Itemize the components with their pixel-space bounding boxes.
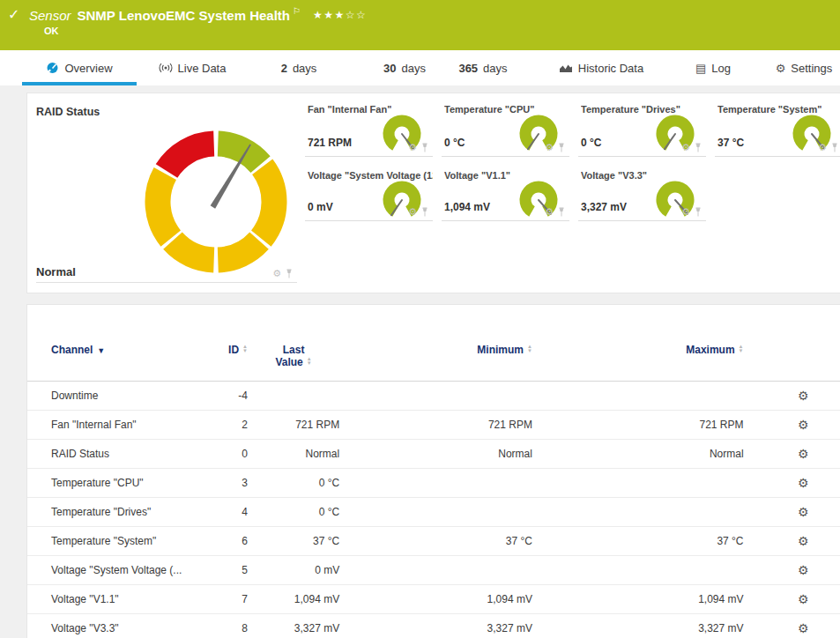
channel-maximum	[532, 556, 744, 585]
channel-settings-icon[interactable]: ⚙	[798, 563, 809, 577]
tab-days-number: 365	[458, 62, 478, 75]
channel-last-value: Normal	[248, 440, 339, 469]
table-row[interactable]: Fan "Internal Fan" 2 721 RPM 721 RPM 721…	[27, 411, 840, 440]
gauge-value: 37 °C	[717, 137, 744, 149]
table-row[interactable]: Temperature "Drives" 4 0 °C ⚙	[27, 498, 840, 527]
gauge-cell-voltage-system[interactable]: Voltage "System Voltage (12... 0 mV ⚙	[305, 167, 433, 221]
tab-log[interactable]: ▤ Log	[688, 50, 739, 85]
tab-live-data[interactable]: Live Data	[148, 50, 236, 85]
gauge-cell-fan-internal-fan[interactable]: Fan "Internal Fan" 721 RPM ⚙	[305, 100, 433, 157]
sensor-title-line: SensorSNMP LenovoEMC System Health⚐★★★☆☆	[29, 6, 367, 23]
gauge-value: 0 mV	[308, 201, 333, 213]
column-header-last-value[interactable]: LastValue▲▼	[248, 331, 339, 382]
broadcast-icon	[159, 63, 173, 73]
tab-days-number: 2	[281, 62, 287, 75]
gauge-cell-voltage-v1-1[interactable]: Voltage "V1.1" 1,094 mV ⚙	[442, 167, 569, 221]
gauge-settings-icon[interactable]: ⚙	[272, 269, 281, 278]
channel-settings-icon[interactable]: ⚙	[798, 476, 809, 490]
gauge-cell-temperature-drives[interactable]: Temperature "Drives" 0 °C ⚙	[578, 100, 706, 157]
raid-status-gauge	[137, 122, 295, 281]
raid-status-block[interactable]: RAID Status Normal ⚙	[36, 99, 297, 283]
channel-maximum: 3,327 mV	[532, 614, 744, 638]
pin-icon[interactable]	[420, 143, 429, 152]
channel-settings-icon[interactable]: ⚙	[798, 447, 809, 461]
priority-stars[interactable]: ★★★☆☆	[313, 9, 367, 21]
channel-name: Temperature "System"	[27, 527, 220, 556]
sensor-header: ✓ SensorSNMP LenovoEMC System Health⚐★★★…	[0, 0, 840, 50]
channel-settings-icon[interactable]: ⚙	[798, 418, 809, 432]
gauge-value: 721 RPM	[308, 137, 352, 149]
raid-gauge-value: Normal	[36, 265, 76, 278]
gauge-title: Voltage "V1.1"	[444, 170, 510, 181]
channel-id: 3	[220, 469, 248, 498]
channel-minimum: 1,094 mV	[339, 585, 532, 614]
column-header-channel[interactable]: Channel▼	[27, 331, 220, 382]
channel-minimum: 3,327 mV	[339, 614, 532, 638]
column-header-maximum[interactable]: Maximum▲▼	[532, 331, 744, 382]
channel-last-value	[248, 382, 339, 411]
channel-settings-icon[interactable]: ⚙	[798, 534, 809, 548]
tab-historic-data[interactable]: Historic Data	[548, 50, 654, 85]
channel-maximum	[532, 382, 744, 411]
sort-icon: ▲▼	[739, 345, 744, 353]
sort-icon: ▲▼	[307, 357, 312, 366]
gauge-settings-icon[interactable]: ⚙	[681, 207, 690, 217]
table-row[interactable]: Temperature "System" 6 37 °C 37 °C 37 °C…	[27, 527, 840, 556]
tab-overview[interactable]: Overview	[22, 50, 137, 85]
sensor-kind-label: Sensor	[29, 8, 71, 23]
gauge-cell-temperature-system[interactable]: Temperature "System" 37 °C ⚙	[715, 100, 840, 157]
channel-name: Temperature "CPU"	[27, 469, 220, 498]
pin-icon[interactable]	[557, 143, 566, 152]
table-row[interactable]: Downtime -4 ⚙	[27, 382, 840, 411]
pin-icon[interactable]	[557, 207, 566, 217]
channel-minimum	[339, 382, 532, 411]
gear-icon: ⚙	[776, 63, 786, 74]
table-row[interactable]: Voltage "V3.3" 8 3,327 mV 3,327 mV 3,327…	[27, 614, 840, 638]
tab-30-days[interactable]: 30days	[377, 50, 432, 85]
table-row[interactable]: Voltage "V1.1" 7 1,094 mV 1,094 mV 1,094…	[27, 585, 840, 614]
pin-icon[interactable]	[285, 269, 294, 278]
gauge-value: 0 °C	[444, 137, 465, 149]
gauge-settings-icon[interactable]: ⚙	[545, 207, 554, 217]
pin-icon[interactable]	[694, 207, 702, 217]
gauge-settings-icon[interactable]: ⚙	[408, 207, 417, 217]
table-row[interactable]: RAID Status 0 Normal Normal Normal ⚙	[27, 440, 840, 469]
sensor-overview-screen: ✓ SensorSNMP LenovoEMC System Health⚐★★★…	[0, 0, 840, 638]
channel-id: 8	[220, 614, 248, 638]
tab-2-days[interactable]: 2days	[271, 50, 326, 85]
channel-maximum: 37 °C	[532, 527, 744, 556]
channel-id: 5	[220, 556, 248, 585]
gauge-settings-icon[interactable]: ⚙	[681, 143, 690, 152]
table-row[interactable]: Voltage "System Voltage (... 5 0 mV ⚙	[27, 556, 840, 585]
table-row[interactable]: Temperature "CPU" 3 0 °C ⚙	[27, 469, 840, 498]
channel-last-value: 0 mV	[248, 556, 339, 585]
tab-settings[interactable]: ⚙ Settings	[769, 50, 839, 85]
gauge-cell-temperature-cpu[interactable]: Temperature "CPU" 0 °C ⚙	[442, 100, 569, 157]
pin-icon[interactable]	[830, 143, 839, 152]
log-icon: ▤	[695, 63, 706, 74]
channel-settings-icon[interactable]: ⚙	[798, 389, 809, 403]
flag-icon[interactable]: ⚐	[293, 6, 301, 16]
channel-name: Temperature "Drives"	[27, 498, 220, 527]
pin-icon[interactable]	[420, 207, 429, 217]
channel-last-value: 0 °C	[248, 498, 339, 527]
gauge-settings-icon[interactable]: ⚙	[818, 143, 827, 152]
column-header-minimum[interactable]: Minimum▲▼	[339, 331, 532, 382]
channel-last-value: 0 °C	[248, 469, 339, 498]
channel-settings-icon[interactable]: ⚙	[798, 621, 809, 635]
table-header-row: Channel▼ ID▲▼ LastValue▲▼ Minimum▲▼ Maxi…	[27, 331, 840, 382]
tab-365-days[interactable]: 365days	[450, 50, 517, 85]
gauge-settings-icon[interactable]: ⚙	[408, 143, 417, 152]
channel-settings-icon[interactable]: ⚙	[798, 505, 809, 519]
channel-maximum: 721 RPM	[532, 411, 744, 440]
gauge-settings-icon[interactable]: ⚙	[545, 143, 554, 152]
channel-settings-icon[interactable]: ⚙	[798, 592, 809, 606]
gauge-cell-voltage-v3-3[interactable]: Voltage "V3.3" 3,327 mV ⚙	[578, 167, 706, 221]
column-header-actions	[744, 331, 840, 382]
channel-maximum: Normal	[532, 440, 744, 469]
channel-last-value: 1,094 mV	[248, 585, 339, 614]
column-header-id[interactable]: ID▲▼	[220, 331, 248, 382]
pin-icon[interactable]	[694, 143, 702, 152]
channel-minimum: 721 RPM	[339, 411, 532, 440]
channels-table-panel: Channel▼ ID▲▼ LastValue▲▼ Minimum▲▼ Maxi…	[26, 304, 840, 638]
